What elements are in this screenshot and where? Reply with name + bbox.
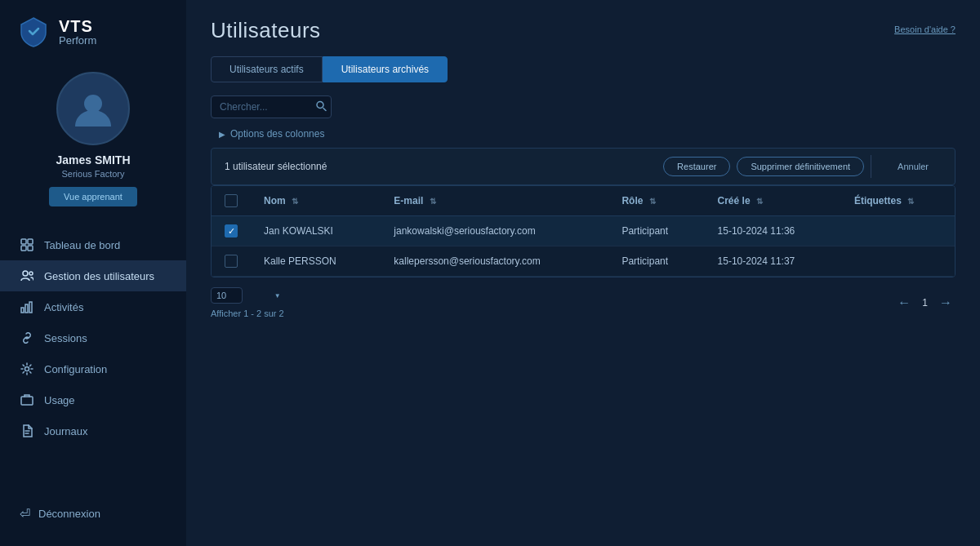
- divider: [871, 155, 871, 178]
- sidebar-item-label: Sessions: [44, 332, 87, 344]
- logout-label: Déconnexion: [38, 508, 100, 520]
- page-navigation: ← 1 →: [894, 295, 956, 310]
- row-email: jankowalski@seriousfactory.com: [381, 216, 608, 246]
- sidebar-item-configuration[interactable]: Configuration: [0, 353, 186, 384]
- row-created: 15-10-2024 11:37: [705, 246, 841, 277]
- row-email: kallepersson@seriousfactory.com: [381, 246, 608, 277]
- svg-rect-3: [21, 246, 26, 251]
- row-tags: [841, 216, 955, 246]
- tab-active-users[interactable]: Utilisateurs actifs: [211, 56, 323, 82]
- row-created: 15-10-2024 11:36: [705, 216, 841, 246]
- svg-point-5: [23, 271, 28, 276]
- row-tags: [841, 246, 955, 277]
- gear-icon: [20, 362, 34, 376]
- top-bar: Utilisateurs Besoin d'aide ?: [186, 0, 980, 56]
- nav-menu: Tableau de bord Gestion des utilisateurs…: [0, 229, 186, 498]
- svg-point-0: [84, 95, 102, 113]
- display-count: Afficher 1 - 2 sur 2: [211, 309, 284, 318]
- svg-point-10: [25, 367, 29, 371]
- restore-button[interactable]: Restaurer: [663, 157, 730, 176]
- table-row: Kalle PERSSON kallepersson@seriousfactor…: [212, 246, 955, 277]
- header-nom[interactable]: Nom ⇅: [251, 186, 381, 216]
- search-input[interactable]: [211, 95, 332, 118]
- action-bar: 1 utilisateur sélectionné Restaurer Supp…: [211, 148, 956, 185]
- logout-button[interactable]: ⏎ Déconnexion: [0, 498, 186, 530]
- row-role: Participant: [608, 246, 704, 277]
- row-checkbox[interactable]: [225, 224, 238, 237]
- user-profile-area: James SMITH Serious Factory Vue apprenan…: [0, 59, 186, 215]
- sidebar-item-label: Journaux: [44, 425, 87, 437]
- cancel-button[interactable]: Annuler: [884, 158, 942, 175]
- selected-count: 1 utilisateur sélectionné: [225, 161, 657, 172]
- sidebar-item-label: Usage: [44, 394, 75, 406]
- grid-icon: [20, 237, 34, 252]
- sort-icon: ⇅: [649, 197, 656, 206]
- row-nom: Jan KOWALSKI: [251, 216, 381, 246]
- file-icon: [20, 424, 34, 438]
- sidebar-item-label: Gestion des utilisateurs: [44, 270, 154, 282]
- per-page-wrap: 10 25 50: [211, 287, 284, 304]
- sidebar-item-label: Activités: [44, 301, 83, 313]
- header-role[interactable]: Rôle ⇅: [608, 186, 704, 216]
- svg-rect-8: [25, 304, 28, 313]
- users-table-wrapper: Nom ⇅ E-mail ⇅ Rôle ⇅ Créé le: [211, 185, 956, 277]
- svg-rect-2: [28, 239, 33, 244]
- sidebar-item-gestion-utilisateurs[interactable]: Gestion des utilisateurs: [0, 260, 186, 291]
- header-checkbox-cell: [212, 186, 251, 216]
- sort-icon: ⇅: [292, 197, 298, 206]
- svg-rect-9: [29, 302, 32, 313]
- select-all-checkbox[interactable]: [225, 194, 238, 207]
- help-link[interactable]: Besoin d'aide ?: [894, 24, 956, 34]
- tab-archived-users[interactable]: Utilisateurs archivés: [323, 56, 448, 82]
- per-page-select[interactable]: 10 25 50: [211, 287, 243, 304]
- svg-rect-11: [21, 397, 33, 405]
- sidebar-item-journaux[interactable]: Journaux: [0, 415, 186, 446]
- next-page-button[interactable]: →: [936, 295, 956, 310]
- logo-area: VTS Perform: [0, 0, 186, 59]
- sidebar-item-label: Configuration: [44, 363, 107, 375]
- sidebar-item-usage[interactable]: Usage: [0, 384, 186, 415]
- svg-rect-7: [21, 308, 24, 313]
- sort-icon: ⇅: [907, 197, 914, 206]
- delete-permanently-button[interactable]: Supprimer définitivement: [737, 157, 864, 176]
- header-tags[interactable]: Étiquettes ⇅: [841, 186, 955, 216]
- row-checkbox-cell: [212, 216, 251, 246]
- column-options-toggle[interactable]: ▶ Options des colonnes: [219, 128, 956, 140]
- logout-icon: ⏎: [20, 506, 30, 522]
- page-title: Utilisateurs: [211, 18, 321, 43]
- pagination-area: 10 25 50 Afficher 1 - 2 sur 2 ← 1 →: [211, 287, 956, 318]
- logo-vts: VTS: [59, 17, 96, 35]
- row-checkbox[interactable]: [225, 255, 238, 268]
- table-header-row: Nom ⇅ E-mail ⇅ Rôle ⇅ Créé le: [212, 186, 955, 216]
- logo-perform: Perform: [59, 35, 96, 47]
- sidebar: VTS Perform James SMITH Serious Factory …: [0, 0, 186, 546]
- sidebar-item-activites[interactable]: Activités: [0, 291, 186, 322]
- row-role: Participant: [608, 216, 704, 246]
- header-created[interactable]: Créé le ⇅: [705, 186, 841, 216]
- svg-point-6: [29, 272, 33, 275]
- content-area: Utilisateurs actifs Utilisateurs archivé…: [186, 56, 980, 546]
- current-page: 1: [922, 297, 928, 309]
- svg-rect-1: [21, 239, 26, 244]
- logo-text: VTS Perform: [59, 17, 96, 47]
- row-checkbox-cell: [212, 246, 251, 277]
- chevron-right-icon: ▶: [219, 130, 225, 139]
- prev-page-button[interactable]: ←: [894, 295, 914, 310]
- search-icon[interactable]: [315, 100, 327, 114]
- logo-icon: [16, 15, 51, 49]
- search-area: [211, 95, 956, 118]
- search-input-wrap: [211, 95, 332, 118]
- header-email[interactable]: E-mail ⇅: [381, 186, 608, 216]
- sidebar-item-tableau-de-bord[interactable]: Tableau de bord: [0, 229, 186, 260]
- avatar: [56, 72, 130, 145]
- sidebar-item-sessions[interactable]: Sessions: [0, 322, 186, 353]
- link-icon: [20, 331, 34, 345]
- user-name: James SMITH: [56, 153, 130, 166]
- view-learner-button[interactable]: Vue apprenant: [49, 187, 137, 206]
- svg-rect-4: [28, 246, 33, 251]
- sort-icon: ⇅: [430, 197, 436, 206]
- box-icon: [20, 393, 34, 407]
- main-content: Utilisateurs Besoin d'aide ? Utilisateur…: [186, 0, 980, 546]
- tabs: Utilisateurs actifs Utilisateurs archivé…: [211, 56, 956, 82]
- sidebar-item-label: Tableau de bord: [44, 239, 120, 251]
